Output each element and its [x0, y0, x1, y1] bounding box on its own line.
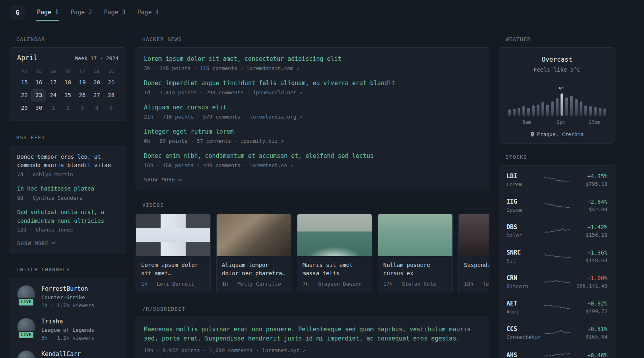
video-title[interactable]: Mauris sit amet massa felis: [303, 261, 367, 278]
hacker-news-widget: Lorem ipsum dolor sit amet, consectetur …: [136, 47, 489, 189]
video-thumbnail[interactable]: [459, 214, 489, 256]
weather-time-axis: 6am2pm10pm: [506, 119, 607, 125]
left-column: CALENDAR April Week 17 · 2024 MoTuWeThFr…: [10, 36, 126, 358]
video-title[interactable]: Aliquam tempor dolor nec pharetra…: [222, 261, 286, 278]
videos-section: VIDEOS Lorem ipsum dolor sit amet consec…: [136, 202, 489, 293]
video-card[interactable]: Suspendisse diam 18h · Tara: [458, 214, 489, 293]
calendar-day: 5: [104, 102, 118, 114]
rss-item-link[interactable]: In hac habitasse platea: [17, 185, 118, 193]
calendar-day: 28: [104, 89, 118, 101]
stock-id: SNRC Sit: [506, 249, 544, 264]
news-title-link[interactable]: Donec imperdiet augue tincidunt felis al…: [144, 80, 481, 87]
page-tab[interactable]: Page 4: [132, 0, 165, 25]
subreddit-post-link[interactable]: Maecenas mollis pulvinar erat non posuer…: [144, 325, 481, 344]
video-thumbnail[interactable]: [297, 214, 372, 256]
rss-item-link[interactable]: Sed volutpat nulla nisl, a condimentum n…: [17, 208, 118, 225]
stock-price: $148.64: [570, 257, 607, 264]
page-tab[interactable]: Page 2: [64, 0, 98, 25]
stock-sparkline: [544, 200, 570, 211]
page-tab-label: Page 4: [138, 9, 159, 16]
twitch-channel[interactable]: LIVE KendallCarr: [17, 350, 118, 358]
stock-name: Amet: [506, 309, 544, 315]
stock-values: +2.84% $42.04: [570, 198, 607, 213]
stock-id: CCS Consectetur: [506, 325, 544, 340]
sparkline-svg: [544, 175, 570, 185]
calendar-day: 17: [46, 76, 60, 89]
page-tab[interactable]: Page 3: [98, 0, 131, 25]
app-logo[interactable]: G: [10, 6, 25, 20]
stock-row[interactable]: AHS +0.46%: [506, 346, 608, 358]
video-thumbnail[interactable]: [378, 214, 452, 256]
stock-row[interactable]: AET Amet +0.92% $499.72: [506, 295, 608, 320]
twitch-channel[interactable]: LIVE ForrestBurton Counter-Strike 1h · 1…: [17, 285, 118, 309]
weather-hour-bar: [575, 99, 578, 116]
calendar-day: 22: [17, 89, 31, 101]
stock-ticker: IIG: [506, 198, 544, 206]
weather-hour-bar: [541, 102, 544, 116]
stock-price: $795.18: [570, 181, 607, 187]
stock-sparkline: [544, 351, 570, 358]
weather-hour-bar: [508, 109, 511, 116]
weather-hour-bar: [570, 96, 573, 116]
stock-id: DBS Dolor: [506, 224, 544, 239]
day-of-week-label: Th: [60, 69, 75, 74]
weather-hourly-chart: 9°: [506, 82, 607, 116]
weather-widget: Overcast Feels like 5°C 9° 6am2pm10pm Pr…: [499, 47, 615, 144]
stock-row[interactable]: CCS Consectetur +0.51% $165.84: [506, 320, 608, 346]
rss-item-link[interactable]: Donec tempor eros leo, ut commodo mauris…: [17, 153, 118, 170]
channel-info: KendallCarr: [41, 350, 81, 358]
time-axis-label: 6am: [522, 119, 531, 125]
weather-hour-bar: [537, 105, 539, 116]
stock-row[interactable]: CRN Bitcorn -1.00% $66,171.48: [506, 269, 608, 295]
video-title[interactable]: Nullam posuere cursus ex: [383, 261, 447, 278]
news-title-link[interactable]: Integer eget rutrum lorem: [144, 128, 481, 136]
news-item: Donec imperdiet augue tincidunt felis al…: [144, 80, 481, 96]
calendar-day: 27: [89, 89, 104, 101]
calendar-day: 29: [17, 102, 31, 114]
weather-location-label: Prague, Czechia: [537, 131, 584, 138]
stock-sparkline: [544, 328, 570, 338]
video-title[interactable]: Suspendisse diam: [464, 261, 489, 278]
stock-row[interactable]: DBS Dolor +1.42% $156.28: [506, 218, 608, 244]
news-title-link[interactable]: Donec enim nibh, condimentum et accumsan…: [144, 152, 481, 160]
stock-values: -1.00% $66,171.48: [570, 275, 607, 290]
news-title-link[interactable]: Aliquam nec cursus elit: [144, 104, 481, 111]
news-item: Aliquam nec cursus elit 21h · 710 points…: [144, 104, 481, 120]
rss-show-more-label: SHOW MORE: [17, 240, 48, 246]
hacker-news-show-more-button[interactable]: SHOW MORE: [144, 177, 182, 183]
stock-row[interactable]: IIG Ipsum +2.84% $42.04: [506, 193, 608, 218]
channel-avatar-wrap: LIVE: [17, 285, 35, 304]
stock-price: $42.04: [570, 206, 607, 213]
stock-row[interactable]: SNRC Sit +1.36% $148.64: [506, 244, 608, 269]
stock-values: +1.36% $148.64: [570, 249, 607, 264]
video-info: Suspendisse diam 18h · Tara: [459, 256, 489, 293]
stock-row[interactable]: LDI Lorem +4.35% $795.18: [506, 167, 608, 193]
time-axis-label: 2pm: [557, 119, 565, 125]
news-title-link[interactable]: Lorem ipsum dolor sit amet, consectetur …: [144, 55, 481, 63]
stock-values: +4.35% $795.18: [570, 173, 607, 188]
middle-column: HACKER NEWS Lorem ipsum dolor sit amet, …: [136, 36, 489, 358]
weather-hour-bar: [522, 106, 525, 116]
day-of-week-label: We: [46, 69, 60, 74]
video-card[interactable]: Mauris sit amet massa felis 7h · Grayson…: [297, 214, 372, 293]
video-title[interactable]: Lorem ipsum dolor sit amet consectetu…: [141, 261, 205, 278]
stock-sparkline: [544, 277, 570, 287]
day-of-week-label: Su: [104, 69, 118, 74]
video-card[interactable]: Nullam posuere cursus ex 17h · Stefan Co…: [378, 214, 453, 293]
page-tab[interactable]: Page 1: [31, 0, 64, 25]
twitch-channel[interactable]: LIVE Trisha League of Legends 3h · 1.2k …: [17, 318, 118, 341]
video-thumbnail[interactable]: [217, 214, 291, 256]
stock-values: +1.42% $156.28: [570, 224, 607, 239]
channel-name: ForrestBurton: [41, 285, 94, 293]
video-card[interactable]: Aliquam tempor dolor nec pharetra… 1h · …: [216, 214, 291, 293]
video-card[interactable]: Lorem ipsum dolor sit amet consectetu… 1…: [136, 214, 211, 293]
video-thumbnail[interactable]: [136, 214, 210, 256]
stock-values: +0.51% $165.84: [570, 326, 607, 340]
stock-id: AHS: [506, 352, 544, 358]
weather-hour-bar: [551, 101, 554, 116]
video-meta: 17h · Stefan Cole: [383, 281, 447, 287]
rss-show-more-button[interactable]: SHOW MORE: [17, 240, 55, 246]
channel-name: KendallCarr: [41, 350, 81, 358]
stock-ticker: AET: [506, 300, 544, 307]
hacker-news-section: HACKER NEWS Lorem ipsum dolor sit amet, …: [136, 36, 489, 189]
